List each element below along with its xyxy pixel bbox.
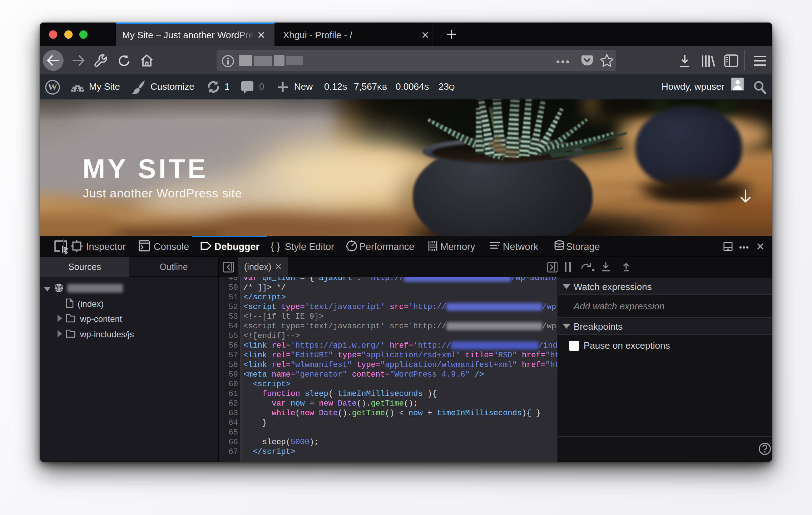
svg-text:W: W bbox=[48, 82, 58, 92]
